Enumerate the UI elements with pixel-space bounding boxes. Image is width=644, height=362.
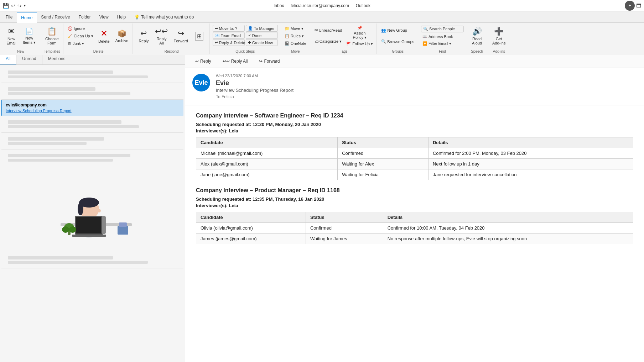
email-placeholder-4[interactable] xyxy=(1,133,183,149)
new-group-button[interactable]: 👥 New Group xyxy=(380,28,416,33)
email-placeholder-5[interactable] xyxy=(1,149,183,166)
email-subject: Interview Scheduling Progress Report xyxy=(6,109,180,113)
to-manager-button[interactable]: 👤 To Manager xyxy=(246,25,278,32)
ribbon-group-addins-items: ➕ GetAdd-ins xyxy=(490,24,508,49)
read-aloud-button[interactable]: 🔊 ReadAloud xyxy=(469,25,485,47)
to-manager-icon: 👤 xyxy=(248,26,253,31)
table-row: Michael (michael@gmail.com) Confirmed Co… xyxy=(196,148,633,159)
svg-point-4 xyxy=(78,203,83,215)
email-placeholder-1[interactable] xyxy=(1,66,183,83)
tab-view[interactable]: View xyxy=(95,11,113,22)
candidate-1-2: Alex (alex@gmail.com) xyxy=(196,159,338,169)
tab-mentions[interactable]: Mentions xyxy=(42,55,72,64)
search-people-button[interactable]: 🔍 Search People xyxy=(421,26,464,32)
create-new-button[interactable]: ✚ Create New xyxy=(246,39,278,46)
junk-icon: 🗑 xyxy=(68,41,72,46)
forward-button[interactable]: ↪ Forward xyxy=(171,25,190,47)
title-text: Inbox — felicia.recruiter@company.com — … xyxy=(274,3,370,8)
action-reply-button[interactable]: ↩ Reply xyxy=(192,58,214,65)
ignore-button[interactable]: 🚫 Ignore xyxy=(66,26,95,31)
done-button[interactable]: ✓ Done xyxy=(246,32,278,39)
section1-title: Company Interview – Software Engineer – … xyxy=(196,112,633,119)
ribbon-group-templates-label: Templates xyxy=(43,49,61,53)
rules-button[interactable]: 📋 Rules ▾ xyxy=(283,33,308,39)
redo-icon[interactable]: ↪ xyxy=(17,3,22,9)
filter-email-button[interactable]: 🔽 Filter Email ▾ xyxy=(421,41,464,46)
ribbon-group-new-items: ✉ NewEmail 📄 NewItems ▾ xyxy=(4,24,38,49)
browse-groups-icon: 🔍 xyxy=(381,39,386,44)
follow-up-icon: 🚩 xyxy=(346,42,351,46)
tags-small-buttons: ✉ Unread/Read 🏷 Categorize ▾ xyxy=(313,25,343,47)
window-restore-icon[interactable]: 🗖 xyxy=(636,3,641,9)
action-reply-all-button[interactable]: ↩↩ Reply All xyxy=(220,58,251,65)
ribbon-group-respond: ↩ Reply ↩↩ ReplyAll ↪ Forward ⊞ Respond xyxy=(134,23,209,54)
ribbon-group-addins: ➕ GetAdd-ins Add-ins xyxy=(488,23,510,54)
choose-form-button[interactable]: 📋 ChooseForm xyxy=(43,25,61,47)
tab-send-receive[interactable]: Send / Receive xyxy=(37,11,74,22)
junk-button[interactable]: 🗑 Junk ▾ xyxy=(66,41,95,46)
tab-home[interactable]: Home xyxy=(17,12,37,23)
placeholder-row xyxy=(8,87,95,91)
email-header: Evie Wed 22/1/2020 7:00 AM Evie Intervie… xyxy=(185,68,644,105)
section2-interviewers: Interviewer(s): Leia xyxy=(196,203,633,208)
section1-table: Candidate Status Details Michael (michae… xyxy=(196,137,633,180)
tab-tell-me[interactable]: 💡 Tell me what you want to do xyxy=(130,11,198,22)
unread-icon: ✉ xyxy=(315,28,318,33)
email-placeholder-6[interactable] xyxy=(1,252,183,268)
reply-all-button[interactable]: ↩↩ ReplyAll xyxy=(153,25,170,47)
tab-file[interactable]: File xyxy=(1,11,17,22)
assign-policy-button[interactable]: 📌 AssignPolicy ▾ xyxy=(345,26,374,40)
col-details-1: Details xyxy=(428,137,633,148)
account-icon[interactable]: F xyxy=(625,1,635,11)
ribbon-group-delete-items: 🚫 Ignore 🧹 Clean Up ▾ 🗑 Junk ▾ ✕ Delete … xyxy=(66,24,131,49)
dropdown-icon[interactable]: ▾ xyxy=(24,4,26,7)
categorize-button[interactable]: 🏷 Categorize ▾ xyxy=(313,39,343,44)
search-icon: 🔍 xyxy=(423,27,428,31)
onenote-button[interactable]: 📓 OneNote xyxy=(283,41,308,46)
folder-tabs: All Unread Mentions xyxy=(0,55,185,65)
ribbon-group-delete: 🚫 Ignore 🧹 Clean Up ▾ 🗑 Junk ▾ ✕ Delete … xyxy=(64,23,133,54)
action-forward-icon: ↪ xyxy=(259,59,263,64)
browse-groups-button[interactable]: 🔍 Browse Groups xyxy=(380,39,416,44)
reply-delete-button[interactable]: ↩ Reply & Delete xyxy=(213,39,245,46)
details-1-3: Jane requested for interview cancellatio… xyxy=(428,169,633,180)
ribbon-group-move-items: 📁 Move ▾ 📋 Rules ▾ 📓 OneNote xyxy=(283,24,308,49)
categorize-icon: 🏷 xyxy=(315,40,318,44)
tab-all[interactable]: All xyxy=(0,55,16,64)
cleanup-button[interactable]: 🧹 Clean Up ▾ xyxy=(66,33,95,39)
ribbon-group-move-label: Move xyxy=(283,49,308,53)
delete-button[interactable]: ✕ Delete xyxy=(96,25,112,47)
follow-up-button[interactable]: 🚩 Follow Up ▾ xyxy=(345,41,374,47)
move-dropdown-icon: 📁 xyxy=(285,26,290,31)
tab-folder[interactable]: Folder xyxy=(74,11,95,22)
move-to-button[interactable]: ➡ Move to: ? xyxy=(213,25,245,32)
undo-icon[interactable]: ↩ xyxy=(11,3,15,9)
action-forward-button[interactable]: ↪ Forward xyxy=(256,58,282,65)
placeholder-row xyxy=(8,92,130,95)
new-email-button[interactable]: ✉ NewEmail xyxy=(4,25,19,47)
reply-all-icon: ↩↩ xyxy=(155,27,168,36)
address-book-button[interactable]: 📖 Address Book xyxy=(421,34,464,39)
unread-read-button[interactable]: ✉ Unread/Read xyxy=(313,28,343,33)
team-email-button[interactable]: 📧 Team Email xyxy=(213,32,245,39)
email-placeholder-3[interactable] xyxy=(1,116,183,133)
tab-help[interactable]: Help xyxy=(113,11,130,22)
move-dropdown-button[interactable]: 📁 Move ▾ xyxy=(283,26,308,31)
email-item-selected[interactable]: evie@company.com Interview Scheduling Pr… xyxy=(1,100,183,116)
title-bar-right: F 🗖 xyxy=(625,1,641,11)
section2-table: Candidate Status Details Olivia (olivia@… xyxy=(196,212,633,244)
more-respond-button[interactable]: ⊞ xyxy=(192,25,207,47)
archive-button[interactable]: 📦 Archive xyxy=(113,25,131,47)
tab-unread[interactable]: Unread xyxy=(16,55,42,64)
email-placeholder-2[interactable] xyxy=(1,83,183,100)
forward-icon: ↪ xyxy=(178,29,184,38)
ribbon-group-move: 📁 Move ▾ 📋 Rules ▾ 📓 OneNote Move xyxy=(281,23,310,54)
get-addins-button[interactable]: ➕ GetAdd-ins xyxy=(490,25,508,47)
reply-button[interactable]: ↩ Reply xyxy=(136,25,151,47)
svg-rect-14 xyxy=(118,226,128,235)
new-items-button[interactable]: 📄 NewItems ▾ xyxy=(21,25,38,47)
lightbulb-icon: 💡 xyxy=(134,15,140,20)
new-group-icon: 👥 xyxy=(381,28,386,33)
candidate-2-2: James (james@gmail.com) xyxy=(196,234,306,244)
save-icon[interactable]: 💾 xyxy=(3,3,9,9)
